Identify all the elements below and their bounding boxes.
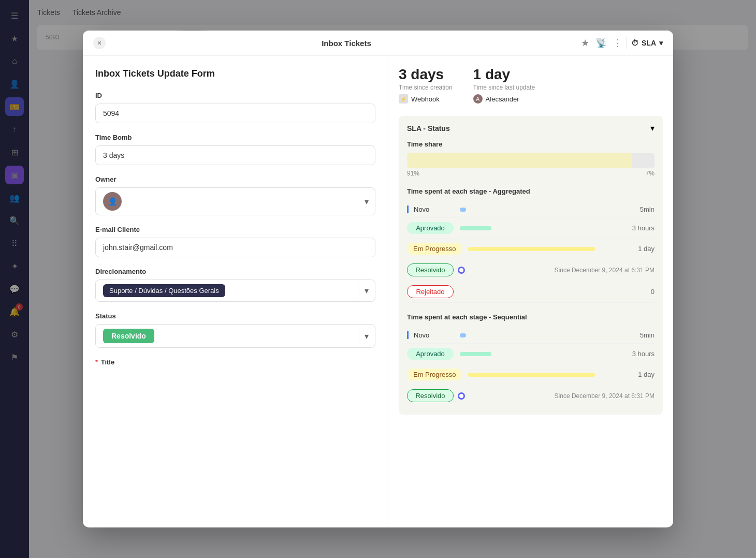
email-input[interactable] <box>95 238 375 257</box>
metric-creation-value: 3 days <box>399 66 453 83</box>
modal-title: Inbox Tickets <box>112 39 581 48</box>
resolvido-dot-icon <box>458 267 465 274</box>
metric-creation-by: ⚡ Webhook <box>399 94 453 104</box>
owner-avatar: 👤 <box>103 192 122 211</box>
bar-labels: 91% 7% <box>407 170 655 177</box>
status-chevron-icon[interactable]: ▾ <box>358 327 375 345</box>
stage-aprovado-bar <box>460 226 491 230</box>
stage-aprovado-seq-time: 3 hours <box>623 350 655 358</box>
modal-overlay: × Inbox Tickets ★ 📡 ⋮ ⏱ SLA ▾ Inbox Tick… <box>0 0 756 558</box>
stage-row-novo-agg: Novo 5min <box>407 201 655 218</box>
owner-chevron-icon[interactable]: ▾ <box>358 193 375 211</box>
stage-rejeitado-time: 0 <box>623 288 655 296</box>
stage-resolvido-label: Resolvido <box>407 263 454 276</box>
status-field-group: Status Resolvido ▾ <box>95 312 375 348</box>
stage-row-aprovado-agg: Aprovado 3 hours <box>407 218 655 239</box>
stage-aprovado-label: Aprovado <box>407 222 454 234</box>
modal-body: Inbox Tickets Update Form ID Time Bomb O… <box>83 56 673 527</box>
metric-update-by: A Alecsander <box>473 94 535 104</box>
required-mark: * <box>95 358 98 366</box>
stage-resolvido-since: Since December 9, 2024 at 6:31 PM <box>469 267 655 274</box>
modal-header: × Inbox Tickets ★ 📡 ⋮ ⏱ SLA ▾ <box>83 31 673 56</box>
aggregated-title: Time spent at each stage - Aggregated <box>407 187 655 195</box>
modal: × Inbox Tickets ★ 📡 ⋮ ⏱ SLA ▾ Inbox Tick… <box>83 31 673 527</box>
stage-aprovado-seq-label: Aprovado <box>407 348 454 360</box>
status-select[interactable]: Resolvido <box>96 325 358 347</box>
form-title: Inbox Tickets Update Form <box>95 68 375 79</box>
email-field-group: E-mail Cliente <box>95 226 375 257</box>
stage-row-emprogresso-agg: Em Progresso 1 day <box>407 239 655 259</box>
status-select-wrapper: Resolvido ▾ <box>95 324 375 348</box>
direcionamento-select-wrapper: Suporte / Dúvidas / Questões Gerais ▾ <box>95 280 375 302</box>
stage-row-rejeitado-agg: Rejeitado 0 <box>407 281 655 303</box>
time-share-label: Time share <box>407 140 655 148</box>
chevron-down-icon: ▾ <box>659 39 663 47</box>
metric-update-value: 1 day <box>473 66 535 83</box>
stage-novo-seq-time: 5min <box>623 331 655 339</box>
owner-select[interactable]: 👤 <box>96 188 358 215</box>
metric-creation: 3 days Time since creation ⚡ Webhook <box>399 66 453 104</box>
sla-section-chevron-icon: ▾ <box>650 123 655 133</box>
stage-emprogresso-seq-time: 1 day <box>623 371 655 378</box>
stage-aprovado-seq-bar-container <box>460 352 617 356</box>
stage-emprogresso-seq-bar-container <box>468 373 617 377</box>
stage-novo-seq-bar-container <box>460 333 617 337</box>
sla-section-header[interactable]: SLA - Status ▾ <box>399 116 663 140</box>
stage-row-resolvido-agg: Resolvido Since December 9, 2024 at 6:31… <box>407 259 655 281</box>
sequential-title: Time spent at each stage - Sequential <box>407 313 655 321</box>
stage-novo-seq-label: Novo <box>407 331 454 339</box>
close-button[interactable]: × <box>93 37 106 49</box>
stage-aprovado-time: 3 hours <box>623 224 655 232</box>
stage-row-novo-seq: Novo 5min <box>407 327 655 344</box>
stage-emprogresso-seq-bar <box>468 373 594 377</box>
star-icon[interactable]: ★ <box>581 37 589 49</box>
stage-novo-bar-container <box>460 208 617 212</box>
time-bomb-input[interactable] <box>95 145 375 165</box>
id-input[interactable] <box>95 104 375 123</box>
sla-section-title: SLA - Status <box>407 124 450 133</box>
sla-button[interactable]: ⏱ SLA ▾ <box>631 39 663 47</box>
sla-status-section: SLA - Status ▾ Time share 91% 7% <box>399 116 663 415</box>
stage-emprogresso-seq-label: Em Progresso <box>407 369 462 380</box>
owner-label: Owner <box>95 175 375 183</box>
direcionamento-chevron-icon[interactable]: ▾ <box>358 282 375 300</box>
stage-row-emprogresso-seq: Em Progresso 1 day <box>407 364 655 385</box>
id-field-group: ID <box>95 92 375 123</box>
stage-resolvido-seq-since: Since December 9, 2024 at 6:31 PM <box>469 392 655 400</box>
stage-emprogresso-time: 1 day <box>623 245 655 253</box>
stage-novo-seq-bar <box>460 333 466 337</box>
rss-icon[interactable]: 📡 <box>595 37 607 49</box>
status-label: Status <box>95 312 375 320</box>
title-label: * Title <box>95 358 375 366</box>
direcionamento-label: Direcionamento <box>95 268 375 275</box>
stage-aprovado-seq-bar <box>460 352 491 356</box>
sla-label: SLA <box>642 39 656 47</box>
owner-field-group: Owner 👤 ▾ <box>95 175 375 215</box>
status-badge: Resolvido <box>103 329 154 343</box>
metric-update: 1 day Time since last update A Alecsande… <box>473 66 535 104</box>
right-panel: 3 days Time since creation ⚡ Webhook 1 d… <box>388 56 673 527</box>
bar-label-91: 91% <box>407 170 419 177</box>
direcionamento-select[interactable]: Suporte / Dúvidas / Questões Gerais <box>96 280 358 301</box>
owner-select-wrapper: 👤 ▾ <box>95 187 375 215</box>
email-label: E-mail Cliente <box>95 226 375 233</box>
header-divider <box>627 37 627 49</box>
stage-novo-bar <box>460 208 466 212</box>
more-icon[interactable]: ⋮ <box>613 37 622 49</box>
sla-metrics: 3 days Time since creation ⚡ Webhook 1 d… <box>399 66 663 104</box>
bar-segment-light <box>632 153 655 168</box>
stage-resolvido-seq-label: Resolvido <box>407 389 454 402</box>
modal-header-actions: ★ 📡 ⋮ <box>581 37 622 49</box>
clock-icon: ⏱ <box>631 39 638 47</box>
direcionamento-field-group: Direcionamento Suporte / Dúvidas / Quest… <box>95 268 375 302</box>
time-bomb-label: Time Bomb <box>95 134 375 141</box>
stage-rejeitado-label: Rejeitado <box>407 285 454 298</box>
bar-segment-yellow <box>407 153 632 168</box>
webhook-icon: ⚡ <box>399 94 408 104</box>
title-field-group: * Title <box>95 358 375 366</box>
stage-novo-time: 5min <box>623 205 655 213</box>
stage-emprogresso-bar-container <box>468 247 617 251</box>
resolvido-seq-dot-icon <box>458 392 465 400</box>
stage-row-resolvido-seq: Resolvido Since December 9, 2024 at 6:31… <box>407 385 655 406</box>
metric-creation-author: Webhook <box>411 95 440 103</box>
